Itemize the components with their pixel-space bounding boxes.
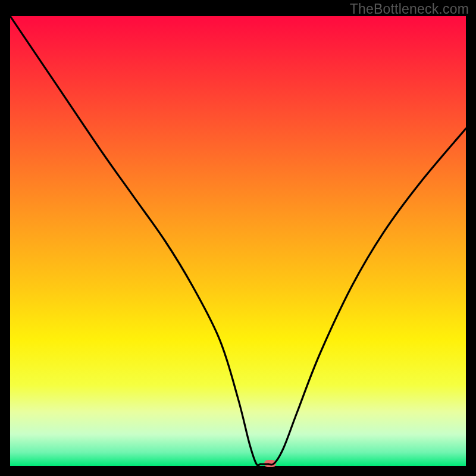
plot: [10, 16, 466, 466]
plot-area: [10, 16, 466, 466]
chart-frame: TheBottleneck.com: [0, 0, 476, 476]
watermark-text: TheBottleneck.com: [350, 1, 469, 17]
curve-line: [10, 16, 466, 466]
